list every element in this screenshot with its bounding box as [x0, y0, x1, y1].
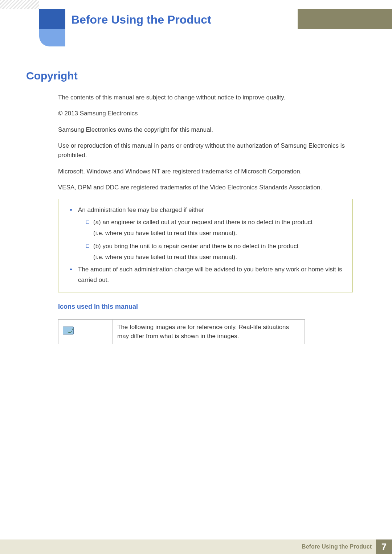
subheading-icons-used: Icons used in this manual — [58, 302, 353, 312]
note-text: (i.e. where you have failed to read this… — [93, 230, 237, 237]
note-subitem: (b) you bring the unit to a repair cente… — [78, 241, 347, 263]
note-item: An administration fee may be charged if … — [64, 205, 347, 262]
note-text: The amount of such administration charge… — [78, 266, 342, 283]
paragraph: Samsung Electronics owns the copyright f… — [58, 125, 353, 135]
icon-cell — [58, 319, 113, 344]
icons-table: The following images are for reference o… — [58, 319, 305, 344]
note-subitem: (a) an engineer is called out at your re… — [78, 217, 347, 239]
footer-page-number: 7 — [376, 539, 392, 554]
note-item: The amount of such administration charge… — [64, 264, 347, 286]
header-blue-tab-dark — [39, 9, 65, 29]
section-title-copyright: Copyright — [26, 70, 78, 82]
table-row: The following images are for reference o… — [58, 319, 305, 344]
paragraph: VESA, DPM and DDC are registered tradema… — [58, 183, 353, 192]
chapter-title: Before Using the Product — [71, 10, 211, 29]
note-text: (a) an engineer is called out at your re… — [93, 219, 313, 226]
footer-chapter-label: Before Using the Product — [302, 543, 372, 550]
paragraph: © 2013 Samsung Electronics — [58, 109, 353, 118]
note-text: (b) you bring the unit to a repair cente… — [93, 243, 298, 250]
body-content: The contents of this manual are subject … — [58, 93, 353, 344]
page-footer: Before Using the Product 7 — [0, 539, 392, 554]
icon-description-cell: The following images are for reference o… — [113, 319, 305, 344]
paragraph: Use or reproduction of this manual in pa… — [58, 141, 353, 160]
paragraph: Microsoft, Windows and Windows NT are re… — [58, 167, 353, 176]
paragraph: The contents of this manual are subject … — [58, 93, 353, 102]
decorative-stripes — [0, 0, 39, 9]
note-text: An administration fee may be charged if … — [78, 206, 204, 213]
administration-fee-note-box: An administration fee may be charged if … — [58, 199, 353, 292]
note-text: (i.e. where you have failed to read this… — [93, 254, 237, 260]
note-reference-icon — [63, 327, 74, 335]
